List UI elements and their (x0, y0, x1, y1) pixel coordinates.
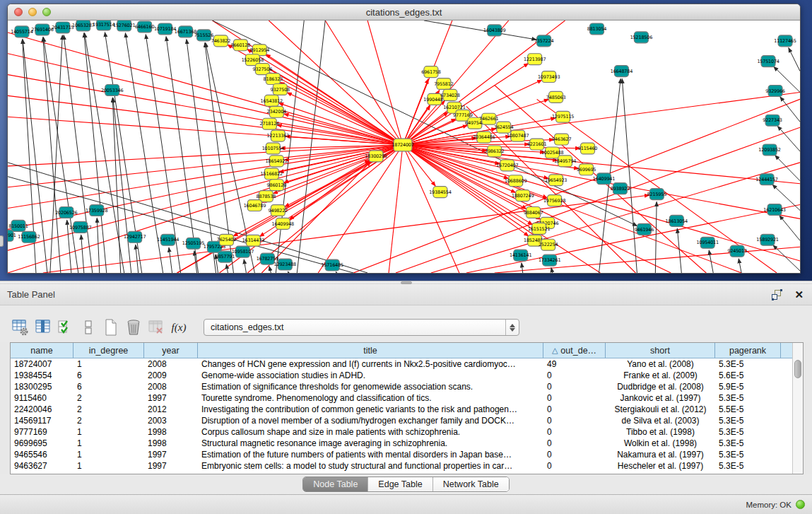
table-row[interactable]: 1938455462009Genome-wide association stu… (11, 370, 792, 381)
network-node[interactable]: 8186323 (264, 74, 283, 85)
cell-year[interactable]: 1998 (144, 438, 198, 449)
network-node[interactable]: 9857791 (216, 251, 235, 262)
column-header-year[interactable]: year (144, 343, 198, 358)
network-edge[interactable] (266, 54, 403, 145)
memory-indicator[interactable] (796, 500, 805, 509)
cell-pagerank[interactable]: 5.3E-5 (715, 438, 781, 449)
network-node[interactable]: 7485063 (546, 91, 566, 103)
network-canvas[interactable]: 1405571427691406204317151065328719317514… (8, 21, 800, 273)
cell-year[interactable]: 2012 (144, 404, 198, 415)
cell-name[interactable]: 9115460 (11, 392, 73, 404)
network-node[interactable]: 9245013 (727, 245, 747, 257)
network-node[interactable]: 9699695 (577, 164, 596, 175)
table-selector-dropdown[interactable]: citations_edges.txt (204, 319, 519, 336)
network-edge[interactable] (389, 145, 403, 273)
new-column-icon[interactable] (102, 318, 120, 337)
network-node[interactable]: 6221601 (527, 139, 547, 150)
network-node[interactable]: 9329966 (765, 85, 785, 96)
cell-out_degree[interactable]: 0 (543, 426, 606, 438)
cell-out_degree[interactable]: 0 (543, 415, 606, 426)
cell-out_degree[interactable]: 0 (543, 449, 606, 460)
cell-pagerank[interactable]: 5.3E-5 (715, 358, 781, 370)
cell-title[interactable]: Estimation of significance thresholds fo… (198, 381, 543, 392)
network-node[interactable]: 10975887 (69, 221, 91, 233)
cell-title[interactable]: Changes of HCN gene expression and I(f) … (198, 358, 543, 370)
network-node[interactable]: 15892921 (756, 234, 778, 245)
cell-pagerank[interactable]: 5.3E-5 (715, 449, 781, 460)
cell-short[interactable]: Dudbridge et al. (2008) (606, 381, 715, 392)
network-node[interactable]: 11127465 (774, 35, 796, 47)
table-row[interactable]: 2242004622012Investigating the contribut… (11, 404, 792, 415)
splitter-handle[interactable] (401, 281, 412, 284)
cell-in_degree[interactable]: 1 (73, 358, 144, 370)
tab-network-table[interactable]: Network Table (433, 477, 509, 491)
cell-name[interactable]: 9777169 (11, 426, 73, 438)
network-node[interactable]: 2522254 (539, 239, 558, 250)
network-node[interactable]: 2718126 (260, 118, 280, 129)
network-node[interactable]: 19384554 (429, 187, 451, 198)
cell-pagerank[interactable]: 5.9E-5 (715, 381, 781, 392)
network-node[interactable]: 7986322 (485, 146, 505, 157)
cell-name[interactable]: 14569117 (11, 415, 73, 426)
network-edge[interactable] (655, 202, 657, 273)
zoom-window-button[interactable] (42, 8, 51, 16)
network-node[interactable]: 8813054 (587, 23, 607, 35)
table-row[interactable]: 946554611997Estimation of the future num… (11, 449, 792, 460)
cell-name[interactable]: 9465546 (11, 449, 73, 460)
panel-splitter[interactable] (0, 281, 812, 284)
network-node[interactable]: 7625402 (217, 234, 237, 245)
cell-year[interactable]: 2008 (144, 381, 198, 392)
cell-year[interactable]: 2008 (144, 358, 198, 370)
network-node[interactable]: 7462661 (479, 113, 499, 124)
network-node[interactable]: 12213987 (524, 54, 546, 65)
network-edge[interactable] (403, 145, 529, 236)
cell-in_degree[interactable]: 2 (73, 392, 144, 404)
network-node[interactable]: 9461946 (635, 223, 654, 235)
network-node[interactable]: 19317514 (93, 21, 114, 30)
network-node[interactable]: 6466160 (135, 21, 155, 33)
network-edge[interactable] (739, 259, 741, 273)
cell-year[interactable]: 1997 (144, 460, 198, 472)
network-node[interactable]: 16720407 (496, 160, 518, 171)
network-edge[interactable] (85, 33, 124, 273)
network-node[interactable]: 9115460 (578, 143, 598, 154)
cell-pagerank[interactable]: 5.5E-5 (715, 404, 781, 415)
column-header-title[interactable]: title (198, 343, 543, 358)
network-node[interactable]: 18724007 (392, 139, 413, 151)
network-node[interactable]: 11156862 (18, 231, 40, 243)
close-window-button[interactable] (14, 8, 23, 16)
cell-title[interactable]: Structural magnetic resonance image aver… (198, 438, 543, 449)
cell-in_degree[interactable]: 1 (73, 426, 144, 438)
network-edge[interactable] (775, 156, 800, 181)
cell-title[interactable]: Estimation of the future numbers of pati… (198, 449, 543, 460)
network-edge[interactable] (8, 75, 403, 145)
column-header-out_degree[interactable]: △out_de… (543, 343, 606, 358)
network-node[interactable]: 10954011 (697, 237, 719, 248)
network-node[interactable]: 8660128 (231, 40, 251, 51)
network-node[interactable]: 7955812 (434, 78, 454, 90)
network-node[interactable]: 15218506 (630, 32, 652, 43)
network-node[interactable]: 8938923 (611, 183, 630, 194)
cell-short[interactable]: Yano et al. (2008) (606, 358, 715, 370)
network-edge[interactable] (81, 235, 84, 273)
network-node[interactable]: 7463822 (211, 35, 231, 47)
network-node[interactable]: 17359928 (86, 205, 107, 216)
network-node[interactable]: 16648784 (611, 66, 632, 77)
cell-pagerank[interactable]: 5.3E-5 (715, 426, 781, 438)
table-row[interactable]: 969969511998Structural magnetic resonanc… (11, 438, 792, 449)
column-header-in_degree[interactable]: in_degree (73, 343, 144, 358)
network-node[interactable]: 20431715 (52, 22, 73, 33)
network-edge[interactable] (622, 79, 637, 273)
network-node[interactable]: 15276021 (113, 21, 135, 31)
network-node[interactable]: 18654922 (266, 156, 288, 167)
cell-in_degree[interactable]: 1 (73, 460, 144, 472)
row-selector-icon[interactable] (79, 318, 98, 337)
network-node[interactable]: 20053346 (101, 84, 123, 95)
cell-short[interactable]: Nakamura et al. (1997) (606, 449, 715, 460)
network-node[interactable]: 16409941 (593, 173, 615, 185)
network-node[interactable]: 15751074 (757, 56, 779, 67)
network-edge[interactable] (269, 267, 271, 273)
cell-title[interactable]: Tourette syndrome. Phenomenology and cla… (198, 392, 543, 404)
network-edge[interactable] (777, 126, 800, 151)
cell-name[interactable]: 9463627 (11, 460, 73, 472)
